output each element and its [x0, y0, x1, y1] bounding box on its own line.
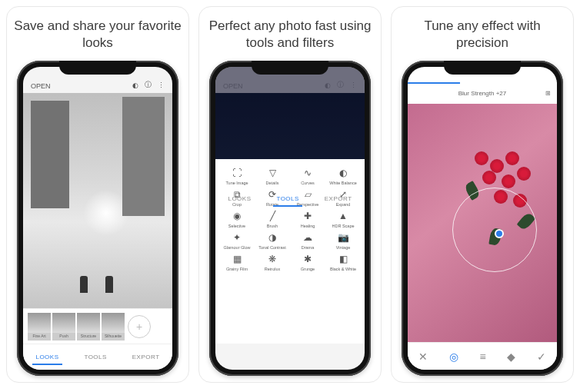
tool-icon: ◑	[266, 231, 278, 244]
look-thumb[interactable]: Push	[52, 313, 75, 341]
blur-radius-circle[interactable]	[452, 188, 537, 272]
tool-label: Grainy Film	[226, 267, 248, 271]
flash-icon[interactable]: ◐	[132, 81, 138, 89]
tool-icon: ∿	[302, 167, 314, 179]
tool-label: HDR Scape	[332, 224, 354, 228]
tool-label: Vintage	[336, 245, 351, 250]
screenshot-panel-1: Save and share your favorite looks OPEN …	[6, 6, 189, 383]
tool-label: Selective	[228, 224, 245, 228]
caption-3: Tune any effect with precision	[398, 18, 567, 51]
tool-curves[interactable]: ∿Curves	[291, 167, 325, 185]
tool-icon: ◧	[337, 253, 349, 265]
tool-retrolux[interactable]: ❋Retrolux	[255, 253, 289, 271]
bottom-nav: LOOKS TOOLS EXPORT	[23, 344, 172, 370]
confirm-icon[interactable]: ✓	[537, 350, 546, 363]
slider-row[interactable]: Blur Strength +27 ⊞	[408, 82, 557, 104]
tools-sheet: ⛶Tune Image▽Details∿Curves◐White Balance…	[215, 159, 365, 344]
tool-label: Tune Image	[225, 181, 248, 185]
tool-icon: ▦	[231, 253, 243, 265]
screen-2: OPEN ◐ ⓘ ⋮ ⛶Tune Image▽Details∿Curves◐Wh…	[215, 67, 365, 370]
tool-label: Drama	[302, 245, 315, 250]
notch	[252, 61, 328, 75]
tool-label: Tonal Contrast	[258, 245, 285, 250]
tool-label: Black & White	[330, 267, 356, 271]
phone-frame-1: OPEN ◐ ⓘ ⋮ Fine Art Push	[17, 61, 178, 376]
tool-white-balance[interactable]: ◐White Balance	[326, 167, 360, 185]
look-thumb[interactable]: Fine Art	[28, 313, 51, 341]
looks-strip: Fine Art Push Structure Silhouette +	[23, 308, 172, 344]
tool-label: Glamour Glow	[223, 245, 250, 250]
notch	[59, 61, 136, 75]
info-icon[interactable]: ⓘ	[145, 80, 152, 90]
tool-drama[interactable]: ☁Drama	[291, 231, 325, 250]
notch	[444, 61, 521, 75]
tool-selective[interactable]: ◉Selective	[220, 210, 254, 228]
tool-hdr-scape[interactable]: ▲HDR Scape	[326, 210, 360, 228]
tool-icon: ◉	[231, 210, 243, 222]
screenshot-panel-2: Perfect any photo fast using tools and f…	[198, 6, 382, 383]
close-icon[interactable]: ✕	[418, 350, 428, 363]
tool-icon: ╱	[266, 210, 278, 222]
sliders-icon[interactable]: ≡	[479, 350, 485, 363]
tool-icon: ☁	[302, 231, 314, 244]
tool-label: Grunge	[301, 267, 315, 271]
tool-icon: ❋	[266, 253, 278, 265]
tool-label: Retrolux	[265, 267, 280, 271]
tool-label: Details	[266, 181, 279, 185]
tool-icon: ▽	[266, 167, 278, 179]
compare-icon[interactable]: ⊞	[545, 90, 551, 97]
tool-black-&-white[interactable]: ◧Black & White	[326, 253, 360, 271]
tool-icon: 📷	[337, 231, 349, 244]
nav-looks[interactable]: LOOKS	[32, 349, 62, 365]
screen-3: Blur Strength +27 ⊞	[408, 67, 557, 370]
tool-icon: ⛶	[231, 167, 243, 179]
tool-label: White Balance	[329, 181, 356, 185]
tool-tonal-contrast[interactable]: ◑Tonal Contrast	[255, 231, 289, 250]
tool-tune-image[interactable]: ⛶Tune Image	[220, 167, 254, 185]
photo-canvas[interactable]	[408, 104, 557, 342]
add-look-button[interactable]: +	[128, 315, 151, 338]
phone-frame-2: OPEN ◐ ⓘ ⋮ ⛶Tune Image▽Details∿Curves◐Wh…	[209, 61, 371, 376]
tool-details[interactable]: ▽Details	[255, 167, 289, 185]
blur-center-handle[interactable]	[495, 229, 504, 238]
tool-glamour-glow[interactable]: ✦Glamour Glow	[220, 231, 254, 250]
tool-icon: ✚	[302, 210, 314, 222]
slider-label: Blur Strength +27	[458, 90, 506, 97]
tool-label: Brush	[267, 224, 278, 228]
action-row: ✕ ◎ ≡ ◆ ✓	[408, 342, 557, 370]
target-icon[interactable]: ◎	[449, 350, 458, 363]
photo-canvas[interactable]	[23, 93, 172, 308]
look-thumb[interactable]: Structure	[77, 313, 100, 341]
tool-icon: ▱	[302, 188, 314, 201]
tool-icon: ✱	[302, 253, 314, 265]
look-thumb[interactable]: Silhouette	[102, 313, 125, 341]
tool-label: Curves	[301, 181, 314, 185]
tool-icon: ◐	[337, 167, 349, 179]
caption-2: Perfect any photo fast using tools and f…	[205, 18, 375, 51]
nav-tools[interactable]: TOOLS	[273, 191, 302, 207]
caption-1: Save and share your favorite looks	[13, 18, 182, 51]
tool-label: Healing	[301, 224, 315, 228]
phone-frame-3: Blur Strength +27 ⊞	[402, 61, 563, 376]
slider-progress	[408, 82, 460, 84]
nav-looks[interactable]: LOOKS	[225, 191, 254, 207]
screen-1: OPEN ◐ ⓘ ⋮ Fine Art Push	[23, 67, 172, 370]
nav-export[interactable]: EXPORT	[322, 191, 355, 207]
open-button[interactable]: OPEN	[31, 82, 51, 90]
screenshot-panel-3: Tune any effect with precision Blur Stre…	[391, 6, 574, 383]
tool-brush[interactable]: ╱Brush	[255, 210, 289, 228]
tool-vintage[interactable]: 📷Vintage	[326, 231, 360, 250]
tool-grainy-film[interactable]: ▦Grainy Film	[220, 253, 254, 271]
tool-grunge[interactable]: ✱Grunge	[291, 253, 325, 271]
nav-tools[interactable]: TOOLS	[81, 349, 109, 365]
more-icon[interactable]: ⋮	[158, 81, 165, 89]
tool-healing[interactable]: ✚Healing	[291, 210, 325, 228]
styles-icon[interactable]: ◆	[507, 350, 515, 363]
tool-icon: ✦	[231, 231, 243, 244]
nav-export[interactable]: EXPORT	[129, 349, 163, 365]
tool-icon: ▲	[337, 210, 349, 222]
